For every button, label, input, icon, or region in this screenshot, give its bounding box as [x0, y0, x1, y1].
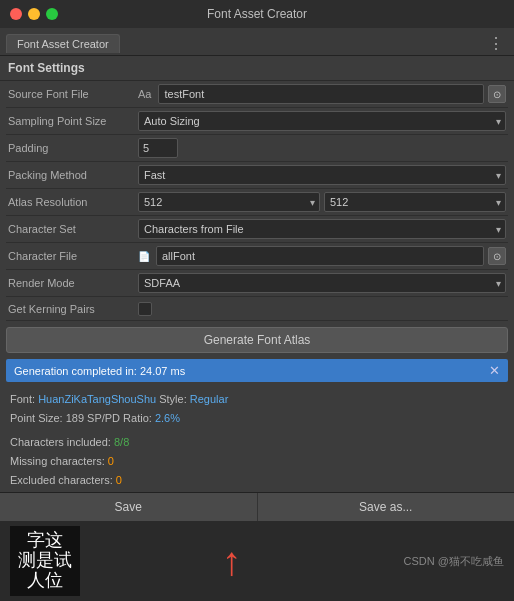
tab-bar: Font Asset Creator ⋮: [0, 28, 514, 56]
character-file-row: Character File 📄 ⊙: [6, 243, 508, 270]
included-line: Characters included: 8/8: [10, 433, 504, 452]
sampling-point-size-label: Sampling Point Size: [8, 115, 138, 127]
atlas-resolution-height-select[interactable]: 3264128256512102420484096: [324, 192, 506, 212]
sppd-label: SP/PD Ratio:: [84, 412, 152, 424]
render-mode-control: SDFAA SDF SDF8 SDF16 SDF32 Bitmap: [138, 273, 506, 293]
get-kerning-pairs-label: Get Kerning Pairs: [8, 303, 138, 315]
save-button[interactable]: Save: [0, 493, 258, 521]
font-asset-creator-tab[interactable]: Font Asset Creator: [6, 34, 120, 53]
footer-brand: CSDN @猫不吃咸鱼: [404, 554, 504, 569]
character-file-input[interactable]: [156, 246, 484, 266]
status-bar: Generation completed in: 24.07 ms ✕: [6, 359, 508, 382]
character-set-label: Character Set: [8, 223, 138, 235]
atlas-resolution-height-wrapper: 3264128256512102420484096: [324, 192, 506, 212]
padding-control: 5: [138, 138, 506, 158]
atlas-resolution-label: Atlas Resolution: [8, 196, 138, 208]
character-set-control: Characters from File ASCII Extended ASCI…: [138, 219, 506, 239]
character-file-label: Character File: [8, 250, 138, 262]
render-mode-label: Render Mode: [8, 277, 138, 289]
point-size-line: Point Size: 189 SP/PD Ratio: 2.6%: [10, 409, 504, 428]
missing-value: 0: [108, 455, 114, 467]
generate-font-atlas-button[interactable]: Generate Font Atlas: [6, 327, 508, 353]
bottom-bar: Save Save as...: [0, 492, 514, 521]
content-wrapper: Font Asset Creator ⋮ Font Settings Sourc…: [0, 28, 514, 601]
minimize-button[interactable]: [28, 8, 40, 20]
packing-method-row: Packing Method Fast Optimal: [6, 162, 508, 189]
sampling-point-size-row: Sampling Point Size Auto Sizing 8 16 32 …: [6, 108, 508, 135]
render-mode-row: Render Mode SDFAA SDF SDF8 SDF16 SDF32 B…: [6, 270, 508, 297]
atlas-resolution-row: Atlas Resolution 32641282565121024204840…: [6, 189, 508, 216]
atlas-resolution-control: 3264128256512102420484096 32641282565121…: [138, 192, 506, 212]
source-font-file-input[interactable]: [158, 84, 484, 104]
source-font-file-pick-button[interactable]: ⊙: [488, 85, 506, 103]
footer-area: 字这测是试人位 ↑ CSDN @猫不吃咸鱼: [0, 521, 514, 601]
atlas-resolution-width-select[interactable]: 3264128256512102420484096: [138, 192, 320, 212]
window-title: Font Asset Creator: [207, 7, 307, 21]
included-label: Characters included:: [10, 436, 114, 448]
padding-row: Padding 5: [6, 135, 508, 162]
missing-label: Missing characters:: [10, 455, 108, 467]
section-header-font-settings: Font Settings: [0, 56, 514, 81]
char-info-section: Characters included: 8/8 Missing charact…: [10, 433, 504, 489]
missing-line: Missing characters: 0: [10, 452, 504, 471]
save-as-button[interactable]: Save as...: [258, 493, 515, 521]
status-close-icon[interactable]: ✕: [489, 363, 500, 378]
excluded-line: Excluded characters: 0: [10, 471, 504, 490]
get-kerning-pairs-row: Get Kerning Pairs: [6, 297, 508, 321]
traffic-lights: [10, 8, 58, 20]
status-message: Generation completed in: 24.07 ms: [14, 365, 185, 377]
character-set-select[interactable]: Characters from File ASCII Extended ASCI…: [138, 219, 506, 239]
arrow-icon: ↑: [222, 539, 242, 584]
padding-input[interactable]: 5: [138, 138, 178, 158]
font-name: HuanZiKaTangShouShu: [38, 393, 156, 405]
character-file-pick-button[interactable]: ⊙: [488, 247, 506, 265]
close-button[interactable]: [10, 8, 22, 20]
style-name: Regular: [187, 393, 229, 405]
packing-method-select[interactable]: Fast Optimal: [138, 165, 506, 185]
character-set-select-wrapper: Characters from File ASCII Extended ASCI…: [138, 219, 506, 239]
excluded-value: 0: [116, 474, 122, 486]
font-info-line: Font: HuanZiKaTangShouShu Style: Regular: [10, 390, 504, 409]
character-file-control: 📄 ⊙: [138, 246, 506, 266]
included-value: 8/8: [114, 436, 129, 448]
font-label: Font:: [10, 393, 38, 405]
style-label: Style:: [156, 393, 187, 405]
atlas-resolution-width-wrapper: 3264128256512102420484096: [138, 192, 320, 212]
sampling-point-size-control: Auto Sizing 8 16 32 64: [138, 111, 506, 131]
sppd-value: 2.6%: [152, 412, 180, 424]
character-set-row: Character Set Characters from File ASCII…: [6, 216, 508, 243]
source-font-file-label: Source Font File: [8, 88, 138, 100]
maximize-button[interactable]: [46, 8, 58, 20]
render-mode-select[interactable]: SDFAA SDF SDF8 SDF16 SDF32 Bitmap: [138, 273, 506, 293]
tab-kebab-icon[interactable]: ⋮: [484, 32, 508, 55]
padding-label: Padding: [8, 142, 138, 154]
sampling-point-size-select-wrapper: Auto Sizing 8 16 32 64: [138, 111, 506, 131]
render-mode-select-wrapper: SDFAA SDF SDF8 SDF16 SDF32 Bitmap: [138, 273, 506, 293]
character-file-doc-icon: 📄: [138, 251, 150, 262]
form-area: Source Font File Aa ⊙ Sampling Point Siz…: [0, 81, 514, 321]
get-kerning-pairs-control: [138, 302, 506, 316]
font-preview-box: 字这测是试人位: [10, 526, 80, 596]
point-size-label: Point Size:: [10, 412, 66, 424]
source-font-file-row: Source Font File Aa ⊙: [6, 81, 508, 108]
font-preview-text: 字这测是试人位: [18, 531, 72, 590]
title-bar: Font Asset Creator: [0, 0, 514, 28]
get-kerning-pairs-checkbox[interactable]: [138, 302, 152, 316]
sampling-point-size-select[interactable]: Auto Sizing 8 16 32 64: [138, 111, 506, 131]
source-font-file-control: Aa ⊙: [138, 84, 506, 104]
packing-method-label: Packing Method: [8, 169, 138, 181]
packing-method-select-wrapper: Fast Optimal: [138, 165, 506, 185]
point-size-value: 189: [66, 412, 84, 424]
packing-method-control: Fast Optimal: [138, 165, 506, 185]
font-type-icon: Aa: [138, 88, 151, 100]
excluded-label: Excluded characters:: [10, 474, 116, 486]
